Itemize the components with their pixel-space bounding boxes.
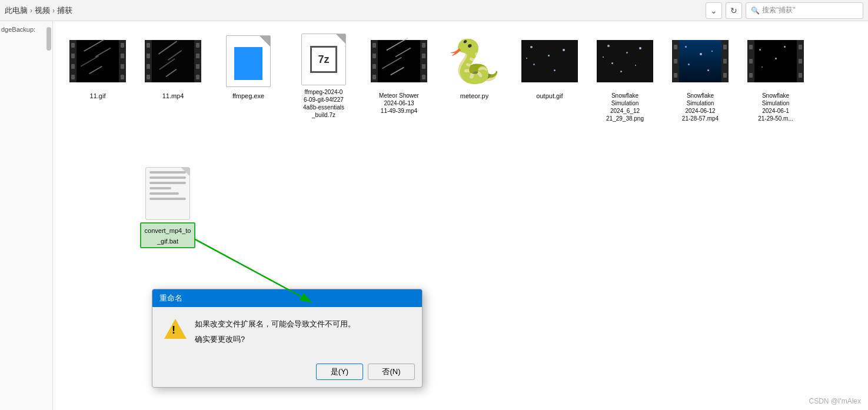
file-area: 11.gif xyxy=(53,21,868,410)
dialog-backdrop: 重命名 ! 如果改变文件扩展名，可能会导致文件不可用。 确实要更改吗? xyxy=(53,21,868,410)
main-area: dgeBackup: xyxy=(0,21,868,410)
breadcrumb-capture[interactable]: 捕获 xyxy=(57,5,72,16)
refresh-btn[interactable]: ↻ xyxy=(726,2,742,19)
dialog-buttons: 是(Y) 否(N) xyxy=(152,359,422,387)
dialog-yes-button[interactable]: 是(Y) xyxy=(316,364,363,380)
warning-exclamation: ! xyxy=(172,325,175,335)
dropdown-btn[interactable]: ⌄ xyxy=(706,2,722,19)
breadcrumb-sep2: › xyxy=(52,6,55,15)
sidebar: dgeBackup: xyxy=(0,21,53,410)
breadcrumb-video[interactable]: 视频 xyxy=(35,5,50,16)
sidebar-edge-backup: dgeBackup: xyxy=(0,24,52,35)
dialog-message-line1: 如果改变文件扩展名，可能会导致文件不可用。 xyxy=(195,319,355,329)
breadcrumb-this-pc[interactable]: 此电脑 xyxy=(5,5,28,16)
warning-icon: ! xyxy=(164,319,187,340)
dialog-title: 重命名 xyxy=(159,293,182,304)
top-bar: 此电脑 › 视频 › 捕获 ⌄ ↻ 🔍 搜索"捕获" xyxy=(0,0,868,21)
sidebar-scrollbar[interactable] xyxy=(46,27,51,51)
dialog-message-row: ! 如果改变文件扩展名，可能会导致文件不可用。 确实要更改吗? xyxy=(164,319,410,345)
dialog-message-line2: 确实要更改吗? xyxy=(195,334,355,345)
top-bar-right: ⌄ ↻ 🔍 搜索"捕获" xyxy=(706,2,863,19)
breadcrumb[interactable]: 此电脑 › 视频 › 捕获 xyxy=(5,5,702,16)
search-box[interactable]: 🔍 搜索"捕获" xyxy=(746,2,863,19)
search-placeholder: 搜索"捕获" xyxy=(762,5,796,15)
dialog-text: 如果改变文件扩展名，可能会导致文件不可用。 确实要更改吗? xyxy=(195,319,355,345)
dialog-title-bar: 重命名 xyxy=(152,289,422,307)
search-icon: 🔍 xyxy=(751,6,760,15)
dialog-no-button[interactable]: 否(N) xyxy=(368,364,415,380)
breadcrumb-sep1: › xyxy=(30,6,32,15)
rename-dialog: 重命名 ! 如果改变文件扩展名，可能会导致文件不可用。 确实要更改吗? xyxy=(152,289,423,388)
dialog-body: ! 如果改变文件扩展名，可能会导致文件不可用。 确实要更改吗? xyxy=(152,307,422,359)
